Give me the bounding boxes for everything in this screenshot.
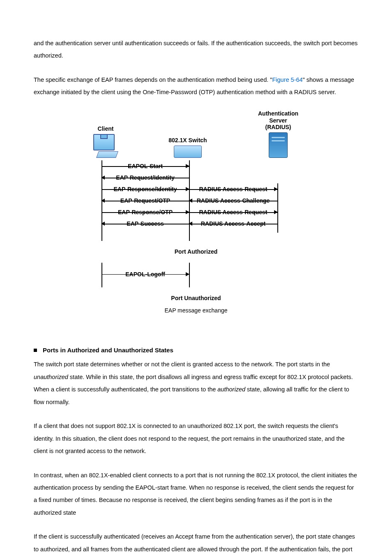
section-heading: Ports in Authorized and Unauthorized Sta…: [43, 344, 173, 357]
msg-eap-req-identity: EAP-Request/Identity: [101, 172, 189, 183]
bullet-icon: [34, 349, 37, 352]
term-authorized: authorized: [217, 386, 245, 393]
state-port-unauthorized: Port Unauthorized: [89, 295, 303, 302]
paragraph-states-3: In contrast, when an 802.1X-enabled clie…: [34, 469, 358, 519]
msg-radius-challenge: RADIUS Access-Challenge: [189, 195, 277, 206]
switch-icon: [174, 146, 202, 158]
client-icon: [93, 134, 118, 158]
figure-caption: EAP message exchange: [34, 307, 358, 315]
paragraph-states-2: If a client that does not support 802.1X…: [34, 420, 358, 457]
msg-eap-success: EAP-Success: [101, 218, 189, 229]
msg-radius-req-2: RADIUS Access-Request: [189, 206, 277, 218]
paragraph-states-1: The switch port state determines whether…: [34, 358, 358, 408]
sequence-diagram: Client 802.1X Switch Authentication Serv…: [89, 110, 303, 303]
term-unauthorized: unauthorized: [34, 374, 68, 380]
figure-eap-exchange: Client 802.1X Switch Authentication Serv…: [34, 110, 358, 315]
msg-eap-resp-identity: EAP-Response/Identity: [101, 183, 189, 195]
paragraph-states-4: If the client is successfully authentica…: [34, 530, 358, 555]
paragraph-intro-2: The specific exchange of EAP frames depe…: [34, 74, 358, 99]
server-icon: [269, 132, 288, 158]
msg-eapol-start: EAPOL-Start: [101, 160, 189, 172]
msg-eap-req-otp: EAP-Request/OTP: [101, 195, 189, 206]
msg-eap-resp-otp: EAP-Response/OTP: [101, 206, 189, 218]
msg-radius-accept: RADIUS Access-Accept: [189, 218, 277, 229]
node-label-server: Authentication Server (RADIUS): [258, 110, 298, 131]
msg-radius-req-1: RADIUS Access-Request: [189, 183, 277, 195]
figure-reference-link[interactable]: Figure 5-64: [272, 76, 302, 83]
paragraph-intro-1: and the authentication server until auth…: [34, 37, 358, 62]
node-label-switch: 802.1X Switch: [168, 137, 207, 144]
section-heading-row: Ports in Authorized and Unauthorized Sta…: [34, 344, 358, 357]
state-port-authorized: Port Authorized: [89, 248, 303, 255]
msg-eapol-logoff: EAPOL-Logoff: [101, 268, 189, 280]
node-label-client: Client: [98, 125, 114, 132]
text: The specific exchange of EAP frames depe…: [34, 76, 272, 83]
